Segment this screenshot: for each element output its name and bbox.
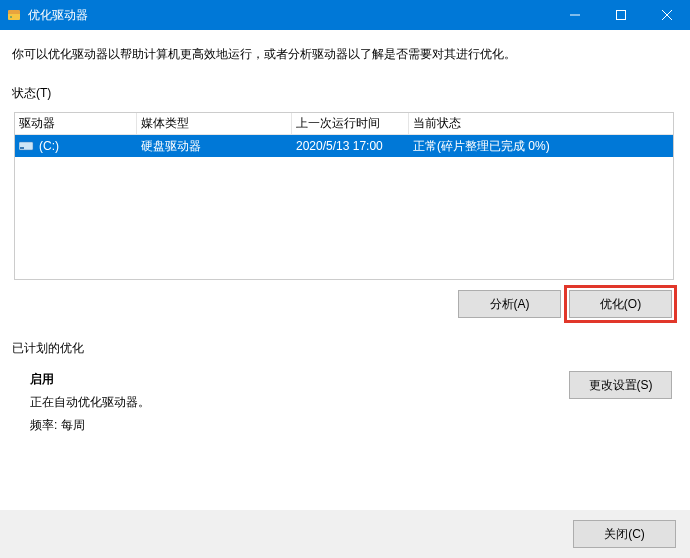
drive-icon xyxy=(19,140,35,152)
svg-rect-8 xyxy=(20,147,24,149)
drive-cell-name: (C:) xyxy=(15,135,137,157)
footer: 关闭(C) xyxy=(0,510,690,558)
column-header-lastrun[interactable]: 上一次运行时间 xyxy=(292,113,409,134)
drive-row[interactable]: (C:) 硬盘驱动器 2020/5/13 17:00 正常(碎片整理已完成 0%… xyxy=(15,135,673,157)
drive-cell-status: 正常(碎片整理已完成 0%) xyxy=(409,135,673,157)
maximize-button[interactable] xyxy=(598,0,644,30)
analyze-button[interactable]: 分析(A) xyxy=(458,290,561,318)
action-buttons: 分析(A) 优化(O) xyxy=(12,290,674,318)
svg-rect-0 xyxy=(8,13,20,20)
app-icon xyxy=(6,7,22,23)
scheduled-enabled-label: 启用 xyxy=(30,371,569,388)
close-button[interactable] xyxy=(644,0,690,30)
window-title: 优化驱动器 xyxy=(28,7,552,24)
drive-list-header: 驱动器 媒体类型 上一次运行时间 当前状态 xyxy=(15,113,673,135)
drive-cell-lastrun: 2020/5/13 17:00 xyxy=(292,135,409,157)
drive-cell-media: 硬盘驱动器 xyxy=(137,135,292,157)
change-settings-button[interactable]: 更改设置(S) xyxy=(569,371,672,399)
main-content: 你可以优化驱动器以帮助计算机更高效地运行，或者分析驱动器以了解是否需要对其进行优… xyxy=(0,30,690,434)
svg-rect-4 xyxy=(617,11,626,20)
scheduled-frequency: 频率: 每周 xyxy=(30,417,569,434)
column-header-media[interactable]: 媒体类型 xyxy=(137,113,292,134)
close-dialog-button[interactable]: 关闭(C) xyxy=(573,520,676,548)
scheduled-actions: 更改设置(S) xyxy=(569,371,672,434)
minimize-button[interactable] xyxy=(552,0,598,30)
description-text: 你可以优化驱动器以帮助计算机更高效地运行，或者分析驱动器以了解是否需要对其进行优… xyxy=(12,46,674,63)
optimize-button[interactable]: 优化(O) xyxy=(569,290,672,318)
drive-list: 驱动器 媒体类型 上一次运行时间 当前状态 (C:) 硬盘驱动器 2020/5/… xyxy=(14,112,674,280)
optimize-highlight: 优化(O) xyxy=(564,285,677,323)
drive-name-text: (C:) xyxy=(39,139,59,153)
status-label: 状态(T) xyxy=(12,85,674,102)
scheduled-desc: 正在自动优化驱动器。 xyxy=(30,394,569,411)
window-controls xyxy=(552,0,690,30)
scheduled-section-title: 已计划的优化 xyxy=(12,340,674,357)
column-header-drive[interactable]: 驱动器 xyxy=(15,113,137,134)
svg-rect-1 xyxy=(8,10,20,14)
titlebar: 优化驱动器 xyxy=(0,0,690,30)
scheduled-section: 启用 正在自动优化驱动器。 频率: 每周 更改设置(S) xyxy=(12,371,674,434)
scheduled-info: 启用 正在自动优化驱动器。 频率: 每周 xyxy=(30,371,569,434)
column-header-status[interactable]: 当前状态 xyxy=(409,113,673,134)
svg-point-2 xyxy=(10,16,12,18)
